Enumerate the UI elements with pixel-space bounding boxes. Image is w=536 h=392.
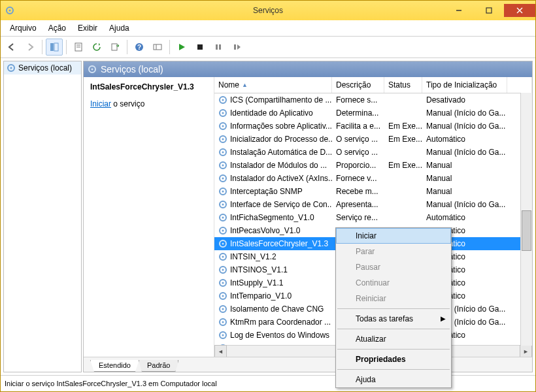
gear-icon <box>218 252 227 261</box>
list-header: Nome▲ Descrição Status Tipo de Inicializ… <box>214 77 532 93</box>
view-tabs: Estendido Padrão <box>84 357 532 372</box>
gear-icon <box>218 161 227 170</box>
svg-point-45 <box>222 230 224 232</box>
cell-startup: Manual <box>422 174 507 183</box>
start-service-link[interactable]: Iniciar <box>90 99 111 108</box>
menu-file[interactable]: Arquivo <box>5 22 42 35</box>
col-header-description[interactable]: Descrição <box>332 77 384 93</box>
vertical-scrollbar[interactable] <box>520 93 532 346</box>
svg-point-39 <box>222 191 224 193</box>
status-text: Iniciar o serviço IntSalesForceChrysler_… <box>5 380 217 387</box>
console-tree[interactable]: Serviços (local) <box>3 61 82 372</box>
forward-button[interactable] <box>22 39 39 56</box>
service-row[interactable]: IntFichaSegmento_V1.0Serviço re...Automá… <box>214 211 532 224</box>
export-button[interactable] <box>107 39 124 56</box>
tree-root-label: Serviços (local) <box>18 63 72 73</box>
sort-ascending-icon: ▲ <box>242 82 248 88</box>
cell-desc: Proporcio... <box>332 161 384 170</box>
stop-service-button[interactable] <box>192 39 209 56</box>
cell-desc: Facilita a e... <box>332 122 384 131</box>
cell-startup: Desativado <box>422 95 507 105</box>
help-button[interactable]: ? <box>131 39 148 56</box>
col-header-name[interactable]: Nome▲ <box>214 77 332 93</box>
col-startup-label: Tipo de Inicialização <box>426 80 497 90</box>
service-name-text: IntPecasVolvo_V1.0 <box>230 226 300 235</box>
gear-icon <box>218 344 227 345</box>
service-row[interactable]: Instalador de Módulos do ...Proporcio...… <box>214 159 532 172</box>
gear-icon <box>218 291 227 301</box>
service-row[interactable]: Interface de Serviço de Con...Apresenta.… <box>214 198 532 211</box>
cm-all-tasks[interactable]: Todas as tarefas▶ <box>336 311 451 327</box>
cm-help[interactable]: Ajuda <box>336 372 451 387</box>
menu-action[interactable]: Ação <box>43 22 71 35</box>
refresh-button[interactable] <box>88 39 105 56</box>
service-row[interactable]: Instalação Automática de D...O serviço .… <box>214 146 532 159</box>
context-menu: Iniciar Parar Pausar Continuar Reiniciar… <box>335 227 452 388</box>
cell-desc: Apresenta... <box>332 200 384 209</box>
svg-text:?: ? <box>137 44 141 51</box>
properties-button[interactable] <box>70 39 87 56</box>
service-row[interactable]: ICS (Compartilhamento de ...Fornece s...… <box>214 93 532 106</box>
svg-rect-7 <box>54 43 58 51</box>
svg-rect-11 <box>112 44 117 50</box>
cm-refresh[interactable]: Atualizar <box>336 331 451 347</box>
pause-service-button[interactable] <box>210 39 227 56</box>
menu-view[interactable]: Exibir <box>73 22 103 35</box>
col-header-startup[interactable]: Tipo de Inicialização <box>422 77 507 93</box>
scroll-right-arrow[interactable]: ► <box>520 345 532 357</box>
cm-start[interactable]: Iniciar <box>336 228 451 244</box>
service-row[interactable]: Identidade do AplicativoDetermina...Manu… <box>214 106 532 120</box>
gear-icon <box>218 95 227 105</box>
statusbar: Iniciar o serviço IntSalesForceChrysler_… <box>1 375 535 391</box>
start-service-suffix: o serviço <box>111 99 144 108</box>
gear-icon <box>88 65 97 74</box>
svg-point-51 <box>222 269 224 271</box>
restart-service-button[interactable] <box>228 39 245 56</box>
service-row[interactable]: Inicializador do Processo de...O serviço… <box>214 133 532 146</box>
service-name-text: Instalação Automática de D... <box>230 148 332 157</box>
cell-name: Interface de Serviço de Con... <box>214 200 332 209</box>
cell-startup: Manual (Início do Ga... <box>422 200 507 209</box>
cell-name: IntSalesForceChrysler_V1.3 <box>214 239 332 248</box>
service-row[interactable]: Informações sobre Aplicativ...Facilita a… <box>214 120 532 133</box>
service-row[interactable]: Interceptação SNMPRecebe m...Manual <box>214 185 532 198</box>
cell-name: IntSupply_V1.1 <box>214 278 332 287</box>
scroll-left-arrow[interactable]: ◄ <box>214 345 227 357</box>
cell-name: Informações sobre Aplicativ... <box>214 122 332 131</box>
cell-name: Isolamento de Chave CNG <box>214 304 332 314</box>
cell-name: Instalação Automática de D... <box>214 148 332 157</box>
cm-properties[interactable]: Propriedades <box>336 351 451 367</box>
cell-startup: Automático <box>422 213 507 222</box>
cell-name: IntPecasVolvo_V1.0 <box>214 226 332 235</box>
show-hide-tree-button[interactable] <box>46 39 63 56</box>
toolbar-extra-button[interactable] <box>149 39 166 56</box>
back-button[interactable] <box>3 39 20 56</box>
col-header-status[interactable]: Status <box>384 77 422 93</box>
service-row[interactable]: Instalador do ActiveX (AxIns...Fornece v… <box>214 172 532 185</box>
cell-desc: Serviço re... <box>332 213 384 222</box>
service-name-text: INTSINOS_V1.1 <box>230 265 288 274</box>
cell-startup: Manual (Início do Ga... <box>422 148 507 157</box>
tree-root-services[interactable]: Serviços (local) <box>4 61 81 74</box>
svg-point-59 <box>222 321 224 323</box>
service-name-text: Inicializador do Processo de... <box>230 135 332 144</box>
toolbar-separator <box>42 40 42 54</box>
gear-icon <box>218 135 227 144</box>
service-name-text: Logon de rede <box>230 344 280 345</box>
services-window: Serviços Arquivo Ação Exibir Ajuda ? <box>0 0 536 392</box>
cell-name: Identidade do Aplicativo <box>214 108 332 118</box>
service-name-text: Log de Eventos do Windows <box>230 331 329 340</box>
svg-point-47 <box>222 243 224 245</box>
svg-point-23 <box>92 69 93 71</box>
gear-icon <box>218 213 227 222</box>
detail-actions: Iniciar o serviço <box>90 99 207 108</box>
svg-point-31 <box>222 139 224 140</box>
gear-icon <box>218 226 227 235</box>
tab-extended[interactable]: Estendido <box>90 360 139 372</box>
service-name-text: Isolamento de Chave CNG <box>230 304 324 314</box>
toolbar-separator <box>169 40 170 54</box>
scrollbar-thumb[interactable] <box>522 210 531 251</box>
tab-standard[interactable]: Padrão <box>139 360 178 372</box>
menu-help[interactable]: Ajuda <box>104 22 135 35</box>
start-service-button[interactable] <box>173 39 190 56</box>
